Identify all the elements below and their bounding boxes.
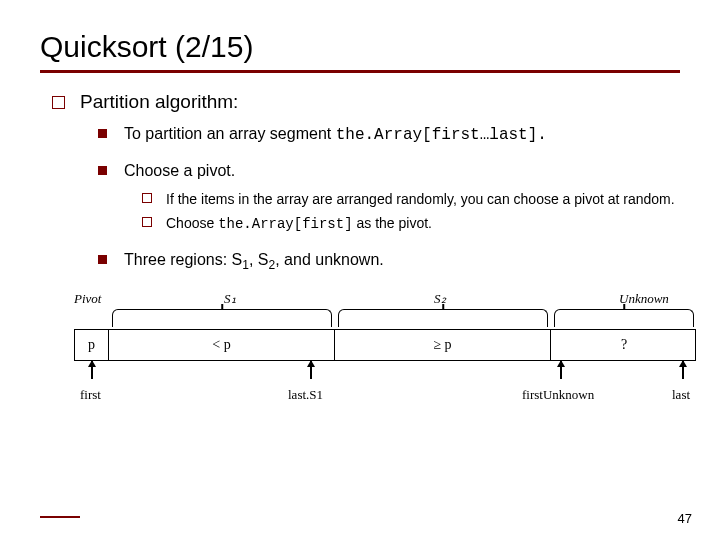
lvl2-a-pre: To partition an array segment (124, 125, 336, 142)
diagram-top-labels: Pivot S₁ S₂ Unknown (74, 291, 696, 309)
bullet-lvl1-text: Partition algorithm: (80, 91, 238, 112)
seg-lt: < p (109, 330, 335, 360)
brace-unknown (554, 309, 694, 327)
seg-ge: ≥ p (335, 330, 551, 360)
label-unknown: Unknown (619, 291, 669, 307)
label-firstunknown: firstUnknown (522, 387, 594, 403)
brace-row (74, 309, 696, 329)
brace-s1 (112, 309, 332, 327)
page-number: 47 (678, 511, 692, 526)
label-s1: S₁ (224, 291, 236, 307)
lvl3-b-code: the.Array[first] (218, 216, 352, 232)
bullet-lvl3-a: If the items in the array are arranged r… (142, 190, 680, 208)
arrow-last (682, 361, 684, 379)
lvl3-b-pre: Choose (166, 215, 218, 231)
bullet-lvl2-b: Choose a pivot. If the items in the arra… (98, 162, 680, 233)
lvl2-a-code: the.Array[first…last]. (336, 126, 547, 144)
bar-row: p < p ≥ p ? (74, 329, 696, 361)
label-lasts1: last.S1 (288, 387, 323, 403)
arrow-row (74, 361, 696, 387)
seg-pivot: p (75, 330, 109, 360)
lvl2-c-pre: Three regions: S (124, 251, 242, 268)
arrow-lasts1 (310, 361, 312, 379)
label-last: last (672, 387, 690, 403)
title-underline (40, 70, 680, 73)
label-s2: S₂ (434, 291, 446, 307)
bullet-lvl2-c: Three regions: S1, S2, and unknown. (98, 251, 680, 272)
partition-diagram: Pivot S₁ S₂ Unknown p < p ≥ p ? first la… (74, 291, 696, 405)
lvl2-c-s1: 1 (242, 259, 249, 273)
arrow-first (91, 361, 93, 379)
bullet-lvl1: Partition algorithm: To partition an arr… (52, 91, 680, 273)
footer-rule (40, 516, 80, 518)
bullet-lvl2-a: To partition an array segment the.Array[… (98, 125, 680, 144)
lvl2-c-mid: , S (249, 251, 269, 268)
lvl3-b-post: as the pivot. (353, 215, 432, 231)
lvl2-c-post: , and unknown. (275, 251, 384, 268)
bullet-lvl3-b: Choose the.Array[first] as the pivot. (142, 214, 680, 233)
brace-s2 (338, 309, 548, 327)
lvl2-b-text: Choose a pivot. (124, 162, 235, 179)
diagram-bottom-labels: first last.S1 firstUnknown last (74, 387, 696, 405)
seg-unknown: ? (551, 330, 697, 360)
label-pivot: Pivot (74, 291, 101, 307)
arrow-firstunknown (560, 361, 562, 379)
label-first: first (80, 387, 101, 403)
slide-title: Quicksort (2/15) (40, 30, 680, 64)
